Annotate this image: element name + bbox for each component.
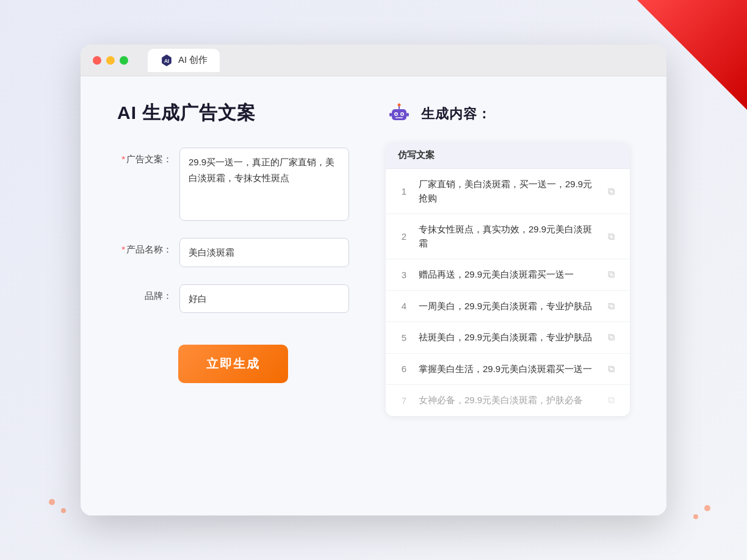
input-ad-copy[interactable]: 29.9买一送一，真正的厂家直销，美白淡斑霜，专抹女性斑点	[179, 148, 349, 221]
row-text: 女神必备，29.9元美白淡斑霜，护肤必备	[419, 393, 596, 407]
traffic-lights	[93, 56, 128, 65]
results-column-header: 仿写文案	[386, 142, 630, 169]
svg-point-5	[395, 113, 397, 115]
row-number: 4	[398, 301, 410, 311]
result-row: 6 掌握美白生活，29.9元美白淡斑霜买一送一 ⧉	[386, 354, 630, 386]
result-row: 1 厂家直销，美白淡斑霜，买一送一，29.9元抢购 ⧉	[386, 169, 630, 214]
result-row: 3 赠品再送，29.9元美白淡斑霜买一送一 ⧉	[386, 259, 630, 291]
form-group-ad-copy: *广告文案： 29.9买一送一，真正的厂家直销，美白淡斑霜，专抹女性斑点	[117, 148, 349, 221]
svg-text:AI: AI	[164, 58, 169, 63]
page-title: AI 生成广告文案	[117, 101, 349, 126]
row-number: 5	[398, 332, 410, 343]
result-title: 生成内容：	[421, 105, 491, 123]
svg-rect-7	[395, 117, 403, 118]
copy-icon[interactable]: ⧉	[604, 331, 618, 344]
result-row: 2 专抹女性斑点，真实功效，29.9元美白淡斑霜 ⧉	[386, 214, 630, 259]
input-product-name[interactable]	[179, 238, 349, 267]
ai-tab-icon: AI	[160, 54, 173, 67]
row-text: 专抹女性斑点，真实功效，29.9元美白淡斑霜	[419, 223, 596, 250]
required-star: *	[121, 154, 125, 164]
copy-icon[interactable]: ⧉	[604, 230, 618, 243]
right-panel: 生成内容： 仿写文案 1 厂家直销，美白淡斑霜，买一送一，29.9元抢购 ⧉ 2…	[386, 101, 630, 485]
form-group-brand: 品牌：	[117, 284, 349, 314]
browser-tab[interactable]: AI AI 创作	[148, 49, 220, 72]
deco-dots-bottom-right	[662, 505, 710, 529]
row-text: 祛斑美白，29.9元美白淡斑霜，专业护肤品	[419, 331, 596, 345]
result-row: 5 祛斑美白，29.9元美白淡斑霜，专业护肤品 ⧉	[386, 322, 630, 354]
svg-rect-10	[389, 113, 392, 117]
result-header: 生成内容：	[386, 101, 630, 127]
svg-rect-11	[406, 113, 409, 117]
traffic-light-yellow[interactable]	[106, 56, 115, 65]
row-number: 6	[398, 364, 410, 374]
svg-point-6	[402, 113, 403, 115]
left-panel: AI 生成广告文案 *广告文案： 29.9买一送一，真正的厂家直销，美白淡斑霜，…	[117, 101, 349, 485]
label-brand: 品牌：	[117, 284, 172, 302]
tab-label: AI 创作	[178, 54, 208, 66]
form-group-product-name: *产品名称：	[117, 238, 349, 267]
browser-window: AI AI 创作 AI 生成广告文案 *广告文案： 29.9买一送一，真正的厂家…	[81, 45, 666, 515]
row-number: 2	[398, 231, 410, 242]
results-table: 仿写文案 1 厂家直销，美白淡斑霜，买一送一，29.9元抢购 ⧉ 2 专抹女性斑…	[386, 142, 630, 416]
label-ad-copy: *广告文案：	[117, 148, 172, 165]
copy-icon[interactable]: ⧉	[604, 268, 618, 281]
copy-icon[interactable]: ⧉	[604, 185, 618, 198]
row-text: 一周美白，29.9元美白淡斑霜，专业护肤品	[419, 300, 596, 314]
row-number: 3	[398, 270, 410, 280]
row-text: 厂家直销，美白淡斑霜，买一送一，29.9元抢购	[419, 178, 596, 205]
row-number: 1	[398, 186, 410, 196]
traffic-light-red[interactable]	[93, 56, 101, 65]
result-row: 4 一周美白，29.9元美白淡斑霜，专业护肤品 ⧉	[386, 291, 630, 323]
copy-icon[interactable]: ⧉	[604, 362, 618, 376]
label-product-name: *产品名称：	[117, 238, 172, 256]
result-row: 7 女神必备，29.9元美白淡斑霜，护肤必备 ⧉	[386, 385, 630, 416]
row-text: 赠品再送，29.9元美白淡斑霜买一送一	[419, 268, 596, 282]
robot-icon	[386, 101, 413, 127]
copy-icon[interactable]: ⧉	[604, 300, 618, 313]
row-number: 7	[398, 395, 410, 406]
traffic-light-green[interactable]	[120, 56, 128, 65]
svg-rect-2	[392, 109, 406, 120]
required-star-2: *	[121, 244, 125, 254]
browser-content: AI 生成广告文案 *广告文案： 29.9买一送一，真正的厂家直销，美白淡斑霜，…	[81, 76, 666, 515]
browser-titlebar: AI AI 创作	[81, 45, 666, 76]
copy-icon[interactable]: ⧉	[604, 393, 618, 407]
generate-button[interactable]: 立即生成	[178, 345, 288, 383]
svg-point-9	[398, 104, 401, 107]
row-text: 掌握美白生活，29.9元美白淡斑霜买一送一	[419, 362, 596, 376]
input-brand[interactable]	[179, 284, 349, 314]
